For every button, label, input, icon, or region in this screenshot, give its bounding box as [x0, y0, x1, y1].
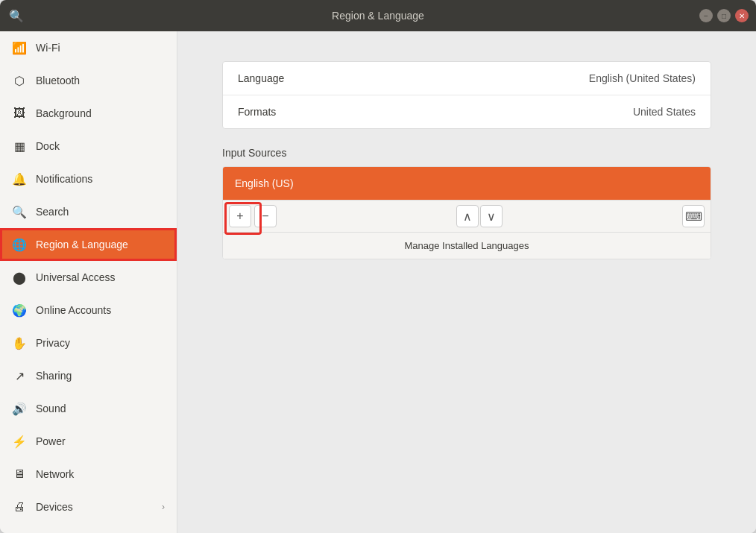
sidebar-item-devices-label: Devices — [36, 501, 73, 513]
sidebar-item-online-accounts-label: Online Accounts — [36, 304, 111, 316]
sidebar-item-network-label: Network — [36, 468, 74, 480]
manage-languages-button[interactable]: Manage Installed Languages — [223, 232, 711, 259]
sidebar-item-bluetooth[interactable]: ⬡Bluetooth — [0, 64, 177, 97]
bluetooth-icon: ⬡ — [12, 74, 27, 88]
language-row: Language English (United States) — [223, 62, 711, 95]
sidebar-item-details[interactable]: ℹDetails› — [0, 523, 177, 533]
sidebar-item-background[interactable]: 🖼Background — [0, 97, 177, 130]
window-title: Region & Language — [332, 10, 424, 22]
universal-icon: ⬤ — [12, 271, 27, 285]
sidebar-item-notifications[interactable]: 🔔Notifications — [0, 163, 177, 195]
maximize-button[interactable]: □ — [717, 9, 731, 22]
sidebar-item-notifications-label: Notifications — [36, 173, 92, 185]
sidebar-item-privacy[interactable]: ✋Privacy — [0, 327, 177, 359]
sidebar-item-region-label: Region & Language — [36, 239, 128, 250]
main-panel: Language English (United States) Formats… — [177, 31, 756, 533]
sidebar-item-region[interactable]: 🌐Region & Language — [0, 228, 177, 261]
formats-label: Formats — [238, 106, 276, 118]
reorder-buttons: ∧ ∨ — [456, 205, 503, 227]
sidebar-item-universal[interactable]: ⬤Universal Access — [0, 261, 177, 294]
remove-input-source-button[interactable]: − — [254, 205, 277, 227]
sidebar: 📶Wi-Fi⬡Bluetooth🖼Background▦Dock🔔Notific… — [0, 31, 177, 533]
keyboard-layout-button[interactable]: ⌨ — [682, 205, 705, 227]
sidebar-item-wifi[interactable]: 📶Wi-Fi — [0, 31, 177, 64]
sharing-icon: ↗ — [12, 369, 27, 383]
language-label: Language — [238, 72, 284, 84]
close-button[interactable]: ✕ — [735, 9, 749, 22]
sidebar-item-search[interactable]: 🔍Search — [0, 195, 177, 228]
sidebar-item-network[interactable]: 🖥Network — [0, 458, 177, 491]
devices-arrow-icon: › — [162, 502, 165, 512]
sound-icon: 🔊 — [12, 402, 27, 416]
sidebar-item-online-accounts[interactable]: 🌍Online Accounts — [0, 294, 177, 327]
network-icon: 🖥 — [12, 467, 27, 481]
notifications-icon: 🔔 — [12, 172, 27, 186]
sidebar-item-sound-label: Sound — [36, 403, 66, 414]
sidebar-item-privacy-label: Privacy — [36, 337, 70, 349]
devices-icon: 🖨 — [12, 500, 27, 514]
sidebar-item-devices[interactable]: 🖨Devices› — [0, 491, 177, 523]
region-icon: 🌐 — [12, 238, 27, 252]
background-icon: 🖼 — [12, 107, 27, 120]
online-accounts-icon: 🌍 — [12, 303, 27, 318]
move-down-button[interactable]: ∨ — [480, 205, 503, 227]
sidebar-item-sound[interactable]: 🔊Sound — [0, 392, 177, 425]
sidebar-item-bluetooth-label: Bluetooth — [36, 75, 80, 86]
sidebar-item-sharing[interactable]: ↗Sharing — [0, 359, 177, 392]
add-input-source-button[interactable]: + — [229, 205, 251, 227]
language-section: Language English (United States) Formats… — [222, 61, 711, 129]
power-icon: ⚡ — [12, 435, 27, 449]
input-sources-title: Input Sources — [222, 147, 711, 159]
search-icon: 🔍 — [9, 9, 24, 23]
sidebar-item-wifi-label: Wi-Fi — [36, 42, 60, 54]
input-sources-box: English (US) + − ∧ ∨ ⌨ Manage Installed — [222, 166, 711, 259]
input-source-english-us[interactable]: English (US) — [223, 167, 711, 200]
sidebar-item-dock-label: Dock — [36, 140, 60, 152]
dock-icon: ▦ — [12, 139, 27, 154]
sidebar-item-power-label: Power — [36, 435, 66, 447]
search-icon: 🔍 — [12, 205, 27, 219]
sidebar-item-dock[interactable]: ▦Dock — [0, 130, 177, 163]
wifi-icon: 📶 — [12, 41, 27, 55]
main-content: 📶Wi-Fi⬡Bluetooth🖼Background▦Dock🔔Notific… — [0, 31, 756, 533]
titlebar: 🔍 Region & Language − □ ✕ — [0, 0, 756, 31]
input-sources-section: Input Sources English (US) + − ∧ ∨ ⌨ — [222, 147, 711, 259]
sidebar-item-universal-label: Universal Access — [36, 271, 116, 283]
language-value: English (United States) — [589, 72, 696, 84]
settings-window: 🔍 Region & Language − □ ✕ 📶Wi-Fi⬡Bluetoo… — [0, 0, 756, 533]
formats-value: United States — [633, 106, 696, 118]
minimize-button[interactable]: − — [699, 9, 713, 22]
sidebar-item-background-label: Background — [36, 107, 92, 119]
window-controls: − □ ✕ — [699, 9, 749, 22]
sidebar-item-sharing-label: Sharing — [36, 370, 72, 382]
sidebar-item-power[interactable]: ⚡Power — [0, 425, 177, 458]
sidebar-item-search-label: Search — [36, 206, 69, 218]
input-sources-toolbar: + − ∧ ∨ ⌨ — [223, 200, 711, 232]
formats-row: Formats United States — [223, 95, 711, 128]
move-up-button[interactable]: ∧ — [456, 205, 479, 227]
privacy-icon: ✋ — [12, 336, 27, 350]
